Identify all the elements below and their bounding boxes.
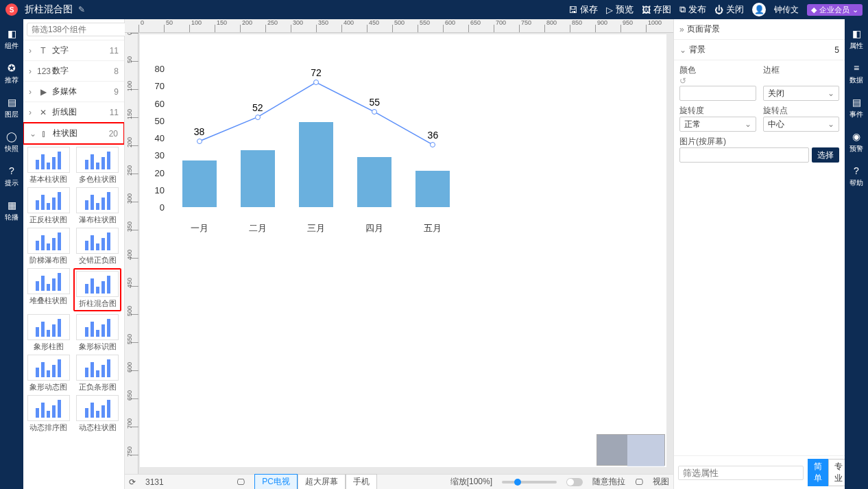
reset-color-icon[interactable]: ↺ — [679, 76, 686, 86]
chevron-down-icon: ⌄ — [679, 45, 686, 55]
left-rail-轮播[interactable]: ▦轮播 — [5, 196, 19, 225]
left-rail-图层[interactable]: ▤图层 — [5, 93, 19, 122]
left-rail-提示[interactable]: ?提示 — [5, 162, 19, 191]
saveimg-icon: 🖼 — [642, 5, 651, 15]
left-rail-快照[interactable]: ◯快照 — [5, 128, 19, 156]
rail-label: 属性 — [849, 41, 863, 51]
category-label: 数字 — [52, 65, 114, 77]
thumb-象形柱图[interactable]: 象形柱图 — [26, 314, 71, 352]
view-icon[interactable]: 🖵 — [635, 477, 643, 487]
zoom-label: 缩放[100%] — [450, 476, 492, 488]
thumb-preview — [27, 187, 70, 213]
mode-simple[interactable]: 简单 — [808, 459, 828, 486]
component-count: 3131 — [145, 477, 164, 487]
rail-icon: ▦ — [5, 199, 18, 211]
color-input[interactable] — [679, 86, 756, 101]
rail-label: 推荐 — [5, 75, 19, 85]
thumb-象形动态图[interactable]: 象形动态图 — [26, 355, 71, 392]
saveimg-button[interactable]: 🖼存图 — [642, 3, 671, 16]
right-rail-帮助[interactable]: ?帮助 — [849, 162, 863, 191]
category-label: 多媒体 — [52, 86, 114, 97]
publish-button[interactable]: ⧉发布 — [679, 3, 706, 16]
category-数字[interactable]: ›123数字8 — [23, 61, 124, 82]
image-path-input[interactable] — [679, 147, 809, 163]
right-rail-预警[interactable]: ◉预警 — [849, 128, 863, 156]
category-文字[interactable]: ›T文字11 — [23, 40, 124, 61]
filter-props-input[interactable] — [678, 466, 804, 480]
rail-icon: ◉ — [850, 130, 863, 143]
mode-toggle[interactable]: 简单 专业 — [808, 459, 849, 486]
category-折线图[interactable]: ›✕折线图11 — [23, 102, 124, 123]
rotate-select[interactable]: 正常 — [679, 117, 756, 132]
free-drag-toggle[interactable] — [566, 478, 583, 486]
thumb-label: 象形标识图 — [79, 342, 117, 352]
app-logo: S — [5, 3, 18, 16]
status-bar: ⟳ 3131 🖵 PC电视超大屏幕手机 缩放[100%] 随意拖拉 🖵 视图 — [125, 474, 673, 489]
edit-title-icon[interactable]: ✎ — [78, 5, 85, 14]
choose-image-button[interactable]: 选择 — [812, 147, 839, 163]
thumb-label: 正负条形图 — [79, 382, 117, 392]
thumb-多色柱状图[interactable]: 多色柱状图 — [73, 147, 121, 184]
pivot-select[interactable]: 中心 — [763, 117, 840, 132]
left-rail-组件[interactable]: ◧组件 — [5, 25, 19, 53]
category-icon: T — [37, 46, 49, 56]
section-bg[interactable]: ⌄ 背景 5 — [674, 40, 845, 60]
category-count: 9 — [114, 87, 119, 97]
device-tab-超大屏幕[interactable]: 超大屏幕 — [298, 474, 346, 489]
refresh-icon[interactable]: ⟳ — [129, 477, 136, 487]
border-select[interactable]: 关闭 — [763, 86, 840, 101]
thumb-堆叠柱状图[interactable]: 堆叠柱状图 — [26, 268, 71, 311]
right-rail-事件[interactable]: ▤事件 — [849, 93, 863, 122]
thumb-正反柱状图[interactable]: 正反柱状图 — [26, 187, 71, 225]
category-label: 柱状图 — [53, 128, 109, 139]
close-button[interactable]: ⏻关闭 — [714, 3, 744, 16]
thumb-动态排序图[interactable]: 动态排序图 — [26, 395, 71, 433]
color-label: 颜色 — [679, 64, 756, 76]
thumb-基本柱状图[interactable]: 基本柱状图 — [26, 147, 71, 184]
thumb-折柱混合图[interactable]: 折柱混合图 — [73, 268, 121, 311]
category-icon: ⫿ — [38, 129, 50, 139]
line-point — [372, 109, 377, 115]
category-count: 11 — [110, 108, 119, 117]
minimap[interactable] — [596, 434, 665, 466]
thumb-preview — [76, 314, 119, 340]
right-rail-数据[interactable]: ≡数据 — [849, 59, 863, 88]
thumb-正负条形图[interactable]: 正负条形图 — [73, 355, 121, 392]
device-tab-手机[interactable]: 手机 — [346, 474, 377, 489]
device-tab-PC电视[interactable]: PC电视 — [254, 474, 298, 489]
rail-label: 轮播 — [5, 213, 19, 222]
thumb-label: 折柱混合图 — [79, 298, 117, 309]
category-count: 8 — [114, 67, 119, 76]
thumb-preview — [76, 228, 119, 254]
close-icon: ⏻ — [714, 5, 723, 15]
right-rail-属性[interactable]: ◧属性 — [849, 25, 863, 53]
thumb-瀑布柱状图[interactable]: 瀑布柱状图 — [73, 187, 121, 225]
preview-button[interactable]: ▷预览 — [606, 3, 634, 16]
device-icon: 🖵 — [237, 477, 245, 487]
rail-icon: ▤ — [5, 96, 18, 108]
x-label: 四月 — [365, 222, 383, 235]
thumb-label: 象形动态图 — [29, 382, 67, 392]
zoom-slider[interactable] — [502, 481, 557, 484]
thumb-象形标识图[interactable]: 象形标识图 — [73, 314, 121, 352]
member-badge[interactable]: ◆企业会员⌄ — [807, 4, 863, 16]
category-多媒体[interactable]: ›▶多媒体9 — [23, 82, 124, 102]
thumb-交错正负图[interactable]: 交错正负图 — [73, 228, 121, 265]
component-search-input[interactable] — [27, 23, 139, 36]
user-avatar[interactable]: 👤 — [752, 3, 766, 16]
category-柱状图[interactable]: ⌄⫿柱状图20 — [23, 122, 124, 145]
thumb-阶梯瀑布图[interactable]: 阶梯瀑布图 — [26, 228, 71, 265]
category-count: 11 — [110, 46, 119, 56]
component-panel: « ›T文字11›123数字8›▶多媒体9›✕折线图11⌄⫿柱状图20基本柱状图… — [23, 19, 125, 489]
section-page-bg[interactable]: » 页面背景 — [674, 19, 845, 40]
save-button[interactable]: 🖫保存 — [568, 3, 598, 16]
category-label: 文字 — [52, 45, 110, 56]
chevron-right-icon: › — [29, 87, 37, 97]
left-rail-推荐[interactable]: ✪推荐 — [5, 59, 19, 88]
bar-line-chart[interactable]: 01020304050607080一月二月三月四月五月3852725536 — [147, 55, 476, 219]
canvas-stage[interactable]: 01020304050607080一月二月三月四月五月3852725536 — [140, 34, 666, 467]
thumb-动态柱状图[interactable]: 动态柱状图 — [73, 395, 121, 433]
category-icon: 123 — [37, 67, 49, 76]
x-label: 二月 — [249, 222, 267, 235]
thumb-label: 阶梯瀑布图 — [29, 255, 67, 265]
